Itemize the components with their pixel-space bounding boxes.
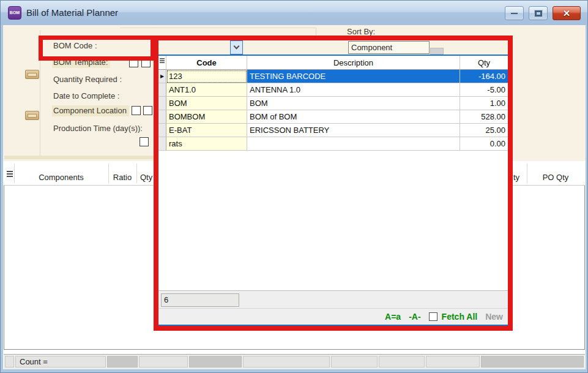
description-cell[interactable]: BOM <box>247 97 460 110</box>
table-row[interactable]: ▶ 123 TESTING BARCODE -164.00 <box>158 70 508 83</box>
code-cell[interactable]: 123 <box>166 70 247 83</box>
bom-template-checkbox-2[interactable] <box>141 58 151 67</box>
status-segment <box>5 356 14 367</box>
grid-footer-toolbar: A=a -A- Fetch All New <box>158 308 508 325</box>
side-stub-button-top[interactable] <box>25 70 39 79</box>
status-count-cell: Count = <box>15 356 106 367</box>
date-to-complete-label: Date to Complete : <box>53 91 119 100</box>
code-cell[interactable]: E-BAT <box>166 124 247 137</box>
row-selector-cell[interactable] <box>158 110 166 124</box>
accent-toggle-button[interactable]: -A- <box>409 312 420 322</box>
po-qty-column-header[interactable]: PO Qty <box>527 173 584 182</box>
sort-by-label: Sort By: <box>347 27 375 36</box>
description-cell[interactable]: TESTING BARCODE <box>247 70 460 83</box>
component-location-checkbox-2[interactable] <box>143 106 152 115</box>
title-bar: BOM Bill of Material Planner ✕ <box>1 1 588 25</box>
code-cell[interactable]: rats <box>166 137 247 151</box>
quantity-required-label: Quantity Required : <box>53 75 122 84</box>
app-window: BOM Bill of Material Planner ✕ BOM Code … <box>0 0 588 373</box>
toolbar-mini-button[interactable] <box>430 48 444 55</box>
code-cell[interactable]: BOM <box>166 97 247 110</box>
current-row-arrow-icon: ▶ <box>160 74 164 79</box>
status-segment <box>379 356 425 367</box>
qty-cell[interactable]: -5.00 <box>460 83 508 97</box>
status-segment <box>331 356 378 367</box>
new-button: New <box>485 312 503 322</box>
row-selector-cell[interactable] <box>158 83 166 97</box>
status-segment <box>426 356 480 367</box>
description-column-header[interactable]: Description <box>247 56 460 70</box>
table-row[interactable]: BOM BOM 1.00 <box>158 97 508 110</box>
table-row[interactable]: ANT1.0 ANTENNA 1.0 -5.00 <box>158 83 508 97</box>
groupbox-line <box>40 30 40 157</box>
status-segment <box>481 356 584 367</box>
qty-cell[interactable]: 1.00 <box>460 97 508 110</box>
accent-line-bottom <box>158 325 508 326</box>
table-row[interactable]: BOMBOM BOM of BOM 528.00 <box>158 110 508 124</box>
record-count-box: 6 <box>161 293 239 307</box>
maximize-icon <box>535 10 542 17</box>
status-segment <box>189 356 242 367</box>
qty-column-header[interactable]: Qty <box>140 173 152 182</box>
minimize-button[interactable] <box>505 6 524 20</box>
bom-toolbar <box>158 40 508 55</box>
close-button[interactable]: ✕ <box>553 6 581 20</box>
groupbox-line <box>120 28 316 28</box>
maximize-button[interactable] <box>529 6 548 20</box>
match-case-button[interactable]: A=a <box>385 312 401 322</box>
row-selector-cell[interactable] <box>158 124 166 137</box>
code-cell[interactable]: BOMBOM <box>166 110 247 124</box>
description-cell[interactable] <box>247 137 460 151</box>
description-cell[interactable]: ANTENNA 1.0 <box>247 83 460 97</box>
ratio-column-header[interactable]: Ratio <box>108 173 136 182</box>
description-cell[interactable]: BOM of BOM <box>247 110 460 124</box>
status-segment <box>107 356 138 367</box>
status-segment <box>243 356 330 367</box>
form-bottom-strip <box>4 156 154 159</box>
table-header-row: Code Description Qty <box>158 56 508 70</box>
window-title: Bill of Material Planner <box>26 7 118 18</box>
hidden-qty-column-header[interactable]: ty <box>513 173 519 182</box>
qty-cell[interactable]: 0.00 <box>460 137 508 151</box>
qty-column-header[interactable]: Qty <box>460 56 508 70</box>
row-selector-cell[interactable] <box>158 97 166 110</box>
bom-code-label: BOM Code : <box>53 41 97 50</box>
qty-cell[interactable]: -164.00 <box>460 70 508 83</box>
fetch-all-checkbox[interactable] <box>429 312 437 321</box>
component-location-checkbox[interactable] <box>132 106 141 115</box>
row-selector-cell[interactable] <box>158 137 166 151</box>
sort-by-component-field[interactable] <box>348 41 430 54</box>
minimize-icon <box>510 12 518 15</box>
code-column-header[interactable]: Code <box>166 56 247 70</box>
bom-table: Code Description Qty ▶ 123 TESTING BARCO… <box>158 56 508 151</box>
status-segment <box>139 356 188 367</box>
bom-grid-panel-annotated: Code Description Qty ▶ 123 TESTING BARCO… <box>154 36 513 331</box>
row-selector-cell[interactable]: ▶ <box>158 70 166 83</box>
fetch-all-label[interactable]: Fetch All <box>442 312 478 322</box>
production-time-checkbox[interactable] <box>140 137 149 146</box>
app-icon: BOM <box>8 6 21 20</box>
bom-template-label: BOM Template: <box>52 57 110 68</box>
close-icon: ✕ <box>563 9 571 18</box>
production-time-label: Production Time (day(s)): <box>53 124 143 133</box>
chevron-down-icon <box>234 43 240 50</box>
column-chooser-icon[interactable] <box>160 58 165 63</box>
row-selector-header[interactable] <box>158 56 166 70</box>
code-cell[interactable]: ANT1.0 <box>166 83 247 97</box>
table-row[interactable]: E-BAT ERICSSON BATTERY 25.00 <box>158 124 508 137</box>
components-column-header[interactable]: Components <box>14 173 108 182</box>
qty-cell[interactable]: 528.00 <box>460 110 508 124</box>
record-count-strip: 6 <box>158 290 508 308</box>
side-stub-button-bottom[interactable] <box>25 111 39 120</box>
column-divider <box>136 164 137 183</box>
table-row[interactable]: rats 0.00 <box>158 137 508 151</box>
description-cell[interactable]: ERICSSON BATTERY <box>247 124 460 137</box>
bom-template-checkbox[interactable] <box>129 58 138 67</box>
column-chooser-icon[interactable] <box>7 171 13 177</box>
qty-cell[interactable]: 25.00 <box>460 124 508 137</box>
bom-code-dropdown-button[interactable] <box>230 40 243 55</box>
component-location-label: Component Location <box>52 105 129 116</box>
